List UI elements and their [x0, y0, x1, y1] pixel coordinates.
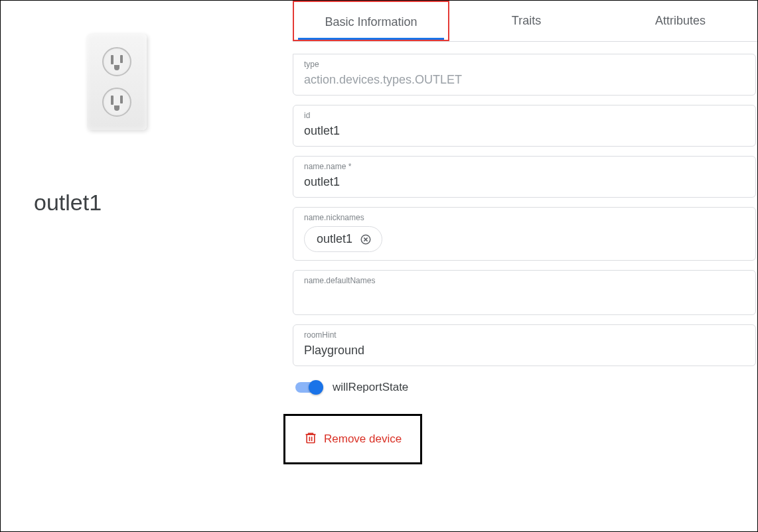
field-label-type: type [304, 60, 745, 69]
field-value-type: action.devices.types.OUTLET [304, 73, 745, 87]
toggle-knob [309, 380, 323, 395]
field-value-id: outlet1 [304, 124, 745, 138]
field-value-default-names[interactable] [304, 289, 745, 306]
outlet-socket-top [102, 47, 131, 76]
chip-label: outlet1 [317, 232, 352, 246]
close-icon[interactable] [359, 233, 372, 246]
tab-basic-information[interactable]: Basic Information [293, 1, 449, 41]
tab-attributes[interactable]: Attributes [603, 1, 757, 41]
field-label-default-names: name.defaultNames [304, 276, 745, 285]
input-name-name[interactable] [304, 175, 745, 189]
tab-label: Basic Information [325, 15, 417, 29]
field-label-nicknames: name.nicknames [304, 213, 745, 222]
device-title: outlet1 [34, 190, 260, 216]
toggle-will-report-state-row: willReportState [295, 381, 756, 394]
tab-label: Traits [512, 14, 541, 27]
field-label-name-name: name.name * [304, 162, 745, 171]
field-label-room-hint: roomHint [304, 330, 745, 340]
field-id: id outlet1 [293, 105, 756, 147]
trash-icon [304, 431, 317, 448]
remove-device-label: Remove device [324, 432, 402, 446]
field-default-names[interactable]: name.defaultNames [293, 270, 756, 315]
tabs: Basic Information Traits Attributes [293, 1, 757, 42]
field-name-nicknames[interactable]: name.nicknames outlet1 [293, 207, 756, 261]
toggle-label: willReportState [333, 381, 408, 394]
field-type: type action.devices.types.OUTLET [293, 54, 756, 96]
svg-rect-3 [307, 434, 315, 443]
nickname-chip[interactable]: outlet1 [304, 226, 382, 252]
tab-label: Attributes [655, 14, 706, 27]
field-room-hint[interactable]: roomHint [293, 324, 756, 366]
outlet-socket-bottom [102, 88, 131, 117]
field-label-id: id [304, 111, 745, 120]
toggle-will-report-state[interactable] [295, 382, 322, 393]
tab-traits[interactable]: Traits [449, 1, 603, 41]
remove-device-button[interactable]: Remove device [283, 414, 422, 464]
device-image [87, 34, 147, 130]
field-name-name[interactable]: name.name * [293, 156, 756, 198]
input-room-hint[interactable] [304, 344, 745, 358]
